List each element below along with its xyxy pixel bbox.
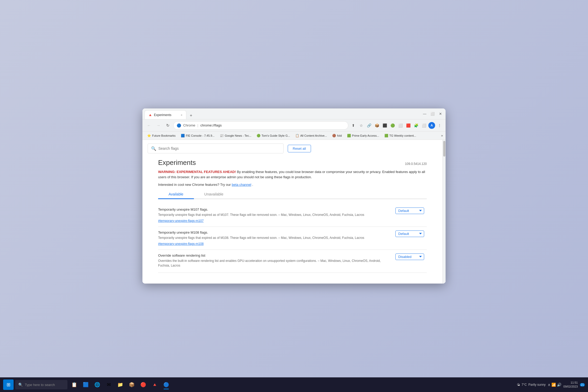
close-button[interactable]: ✕	[437, 111, 443, 117]
nav-bar: ← → ↻ 🔵 Chrome | chrome://flags ⬆ ☆ 🔗 📦 …	[142, 119, 446, 131]
system-icons: ∧ 📶 🔊	[548, 383, 561, 387]
taskbar-item-app2[interactable]: 🔺	[149, 379, 160, 390]
flag-link-1[interactable]: #temporary-unexpire-flags-m108	[158, 242, 204, 246]
content-area: 🔍 Reset all Experiments 109.0.5414.120 W…	[142, 140, 446, 284]
bookmark-1-icon: 🟦	[181, 134, 185, 137]
address-url: chrome://flags	[200, 123, 222, 127]
bookmark-0-icon: ⭐	[147, 134, 151, 137]
page-title-row: Experiments 109.0.5414.120	[158, 159, 427, 167]
bookmark-item-2[interactable]: 📰 Google News - Tec...	[218, 133, 253, 138]
bookmark-item-0[interactable]: ⭐ Future Bookmarks	[145, 133, 178, 138]
reset-all-button[interactable]: Reset all	[288, 145, 311, 152]
tab-favicon-icon: 🔺	[148, 113, 152, 117]
taskbar-item-mail[interactable]: ✉	[103, 379, 114, 390]
flag-desc-2: Overrides the built-in software renderin…	[158, 258, 390, 268]
taskbar-item-photoshop[interactable]: 🟦	[80, 379, 91, 390]
more-menu-icon[interactable]: ⋮	[436, 122, 443, 129]
bookmark-7-icon: 🟩	[384, 134, 388, 137]
bookmarks-more-button[interactable]: »	[441, 134, 443, 137]
bookmark-star-icon[interactable]: ☆	[358, 122, 365, 129]
address-favicon-icon: 🔵	[177, 123, 181, 128]
search-flags-input[interactable]	[158, 146, 280, 151]
ext1-icon[interactable]: 📦	[373, 122, 380, 129]
weather-widget: 🌤 7°C Partly sunny	[517, 383, 546, 387]
flag-control-1: Default	[395, 230, 427, 237]
beta-intro-text: Interested in cool new Chrome features? …	[158, 183, 232, 187]
flag-control-2: Disabled	[395, 253, 427, 260]
back-button[interactable]: ←	[145, 122, 153, 129]
scrollbar-thumb[interactable]	[443, 141, 445, 157]
copy-icon[interactable]: 🔗	[366, 122, 372, 129]
flag-name-0: Temporarily unexpire M107 flags.	[158, 207, 390, 211]
taskbar-items: 📋 🟦 🌐 ✉ 📁 📦 🔴 🔺 🔵	[69, 379, 515, 390]
bookmark-4-icon: 📋	[295, 134, 299, 137]
taskbar-item-edge[interactable]: 🌐	[92, 379, 102, 390]
warning-paragraph: WARNING: EXPERIMENTAL FEATURES AHEAD! By…	[158, 169, 427, 180]
bookmark-item-6[interactable]: 🟩 Prime Early Access...	[345, 133, 381, 138]
beta-channel-text: Interested in cool new Chrome features? …	[158, 182, 427, 187]
minimize-button[interactable]: —	[422, 111, 428, 117]
share-icon[interactable]: ⬆	[350, 122, 357, 129]
version-text: 109.0.5414.120	[405, 162, 427, 166]
flags-tabs: Available Unavailable	[158, 190, 427, 199]
bookmark-3-icon: 🟢	[257, 134, 261, 137]
notification-badge[interactable]: 21	[580, 383, 585, 387]
ext5-icon[interactable]: 🟥	[405, 122, 412, 129]
taskbar-item-files[interactable]: 📁	[115, 379, 125, 390]
extensions-icon[interactable]: 🧩	[413, 122, 419, 129]
title-bar: 🔺 Experiments × + — ⬜ ✕	[142, 108, 446, 119]
bookmark-5-label: fold	[337, 134, 342, 137]
taskbar-item-chrome[interactable]: 🔵	[161, 379, 171, 390]
refresh-button[interactable]: ↻	[164, 122, 172, 129]
bookmark-item-1[interactable]: 🟦 FIE Console - 7.45.9...	[179, 133, 217, 138]
toolbar-icons: ⬆ ☆ 🔗 📦 ⬛ 🟢 ⬜ 🟥 🧩 ⬜ A ⋮	[350, 122, 443, 129]
start-button[interactable]: ⊞	[3, 379, 14, 390]
flag-link-0[interactable]: #temporary-unexpire-flags-m107	[158, 219, 204, 223]
bookmark-item-4[interactable]: 📋 All Content Archive...	[293, 133, 329, 138]
forward-button[interactable]: →	[154, 122, 162, 129]
sidebar-icon[interactable]: ⬜	[420, 122, 427, 129]
bookmark-item-5[interactable]: 🟤 fold	[330, 133, 344, 138]
flag-info-1: Temporarily unexpire M108 flags. Tempora…	[158, 230, 390, 246]
flag-desc-1: Temporarily unexpire flags that expired …	[158, 235, 390, 240]
taskbar: ⊞ 🔍 Type here to search 📋 🟦 🌐 ✉ 📁 📦 🔴 🔺 …	[0, 377, 588, 392]
clock-time: 11:51	[563, 381, 578, 385]
chevron-up-icon[interactable]: ∧	[548, 383, 550, 387]
search-input-wrapper[interactable]: 🔍	[148, 143, 284, 153]
taskbar-right: 🌤 7°C Partly sunny ∧ 📶 🔊 11:51 09/02/202…	[517, 381, 585, 389]
bookmark-item-3[interactable]: 🟢 Tom's Guide Style G...	[255, 133, 292, 138]
taskbar-item-task-view[interactable]: 📋	[69, 379, 79, 390]
tab-available[interactable]: Available	[158, 190, 194, 199]
bookmark-item-7[interactable]: 🟩 TG Weekly content...	[382, 133, 418, 138]
volume-icon[interactable]: 🔊	[557, 383, 561, 387]
maximize-button[interactable]: ⬜	[429, 111, 436, 117]
ext4-icon[interactable]: ⬜	[397, 122, 404, 129]
taskbar-search-placeholder: Type here to search	[25, 383, 55, 387]
bookmark-3-label: Tom's Guide Style G...	[262, 134, 290, 137]
flag-select-0[interactable]: Default	[395, 207, 424, 214]
flag-select-1[interactable]: Default	[395, 230, 424, 237]
ext3-icon[interactable]: 🟢	[389, 122, 396, 129]
address-bar[interactable]: 🔵 Chrome | chrome://flags	[173, 121, 348, 130]
search-flags-icon: 🔍	[151, 146, 156, 151]
taskbar-item-app1[interactable]: 🔴	[138, 379, 148, 390]
profile-avatar[interactable]: A	[428, 122, 435, 129]
ext2-icon[interactable]: ⬛	[381, 122, 388, 129]
address-domain: Chrome	[183, 123, 195, 127]
beta-channel-link[interactable]: beta channel	[232, 183, 251, 187]
tab-unavailable[interactable]: Unavailable	[194, 190, 234, 199]
tab-title: Experiments	[154, 113, 179, 117]
clock-widget[interactable]: 11:51 09/02/2023	[563, 381, 578, 389]
taskbar-item-store[interactable]: 📦	[126, 379, 137, 390]
warning-bold-text: WARNING: EXPERIMENTAL FEATURES AHEAD!	[158, 170, 236, 174]
page-content: 🔍 Reset all Experiments 109.0.5414.120 W…	[142, 140, 442, 284]
new-tab-button[interactable]: +	[187, 112, 195, 119]
browser-tab[interactable]: 🔺 Experiments ×	[145, 110, 186, 119]
flag-select-2[interactable]: Disabled	[395, 253, 424, 260]
network-icon[interactable]: 📶	[551, 383, 556, 387]
flag-info-2: Override software rendering list Overrid…	[158, 253, 390, 269]
tab-close-icon[interactable]: ×	[180, 113, 183, 117]
page-scrollbar[interactable]	[442, 140, 446, 284]
bookmark-1-label: FIE Console - 7.45.9...	[186, 134, 215, 137]
taskbar-search[interactable]: 🔍 Type here to search	[15, 380, 67, 389]
